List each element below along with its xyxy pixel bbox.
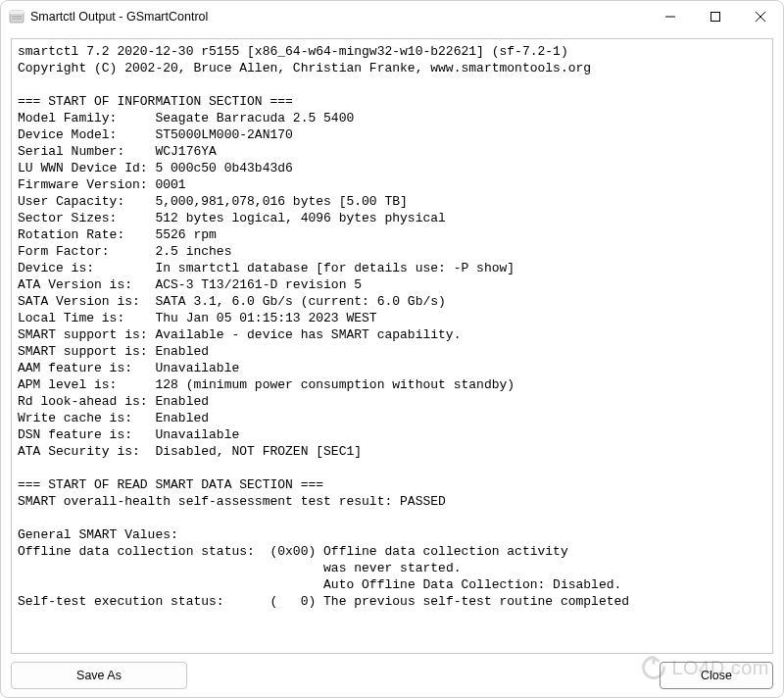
- svg-rect-3: [12, 19, 22, 20]
- button-row: Save As Close: [11, 654, 773, 689]
- app-window: Smartctl Output - GSmartControl smartctl…: [0, 0, 784, 698]
- spacer: [195, 662, 652, 689]
- window-title: Smartctl Output - GSmartControl: [30, 10, 208, 24]
- maximize-button[interactable]: [693, 1, 738, 32]
- titlebar[interactable]: Smartctl Output - GSmartControl: [1, 1, 783, 32]
- window-controls: [648, 1, 783, 32]
- save-as-button[interactable]: Save As: [11, 662, 187, 689]
- smartctl-output-text: smartctl 7.2 2020-12-30 r5155 [x86_64-w6…: [18, 43, 766, 610]
- app-icon: [9, 9, 24, 25]
- minimize-button[interactable]: [648, 1, 693, 32]
- svg-rect-4: [711, 13, 720, 22]
- svg-rect-2: [12, 16, 22, 17]
- content-area: smartctl 7.2 2020-12-30 r5155 [x86_64-w6…: [1, 32, 783, 697]
- smartctl-output-box[interactable]: smartctl 7.2 2020-12-30 r5155 [x86_64-w6…: [11, 38, 773, 654]
- close-button[interactable]: Close: [660, 662, 773, 689]
- svg-rect-1: [10, 11, 24, 14]
- close-window-button[interactable]: [738, 1, 783, 32]
